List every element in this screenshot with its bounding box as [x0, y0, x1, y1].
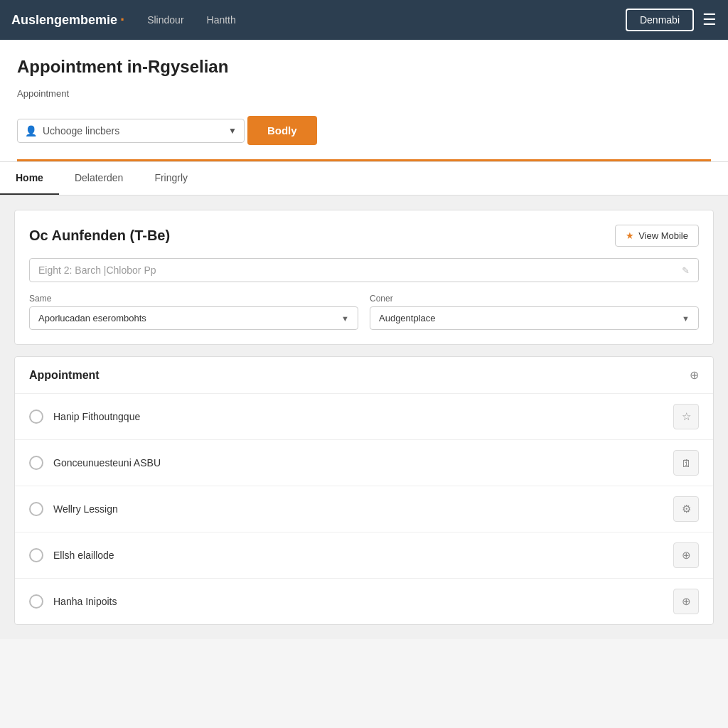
select-placeholder: Uchooge lincbers — [43, 125, 218, 136]
brand-dot: · — [120, 11, 124, 29]
appt-item-left: Wellry Lessign — [29, 502, 118, 516]
appt-circle-button-2[interactable]: ⊕ — [673, 589, 699, 614]
filter-same-select[interactable]: Aporlucadan eserombohts ▼ — [29, 306, 358, 330]
nav-link-hantth[interactable]: Hantth — [207, 14, 236, 26]
appointment-section-title: Appointment — [29, 369, 100, 382]
tab-home[interactable]: Home — [0, 162, 59, 195]
tab-content: Oc Aunfenden (T-Be) ★ View Mobile Eight … — [0, 196, 728, 639]
tabs-section: Home Delaterden Fringrly Oc Aunfenden (T… — [0, 161, 728, 639]
filter-same-value: Aporlucadan eserombohts — [38, 313, 146, 323]
view-mobile-button[interactable]: ★ View Mobile — [615, 225, 699, 247]
list-item: Ellsh elaillode ⊕ — [15, 532, 713, 579]
appt-name: Ellsh elaillode — [53, 550, 114, 561]
appt-name: Hanha Inipoits — [53, 596, 117, 607]
appt-item-left: Hanip Fithoutngque — [29, 410, 140, 424]
appt-star-button[interactable]: ☆ — [673, 404, 699, 429]
brand: Auslengembemie · — [11, 11, 124, 29]
main-card: Oc Aunfenden (T-Be) ★ View Mobile Eight … — [14, 210, 714, 345]
appointment-list: Hanip Fithoutngque ☆ Gonceunuesteuni ASB… — [15, 394, 713, 624]
nav-link-slindour[interactable]: Slindour — [147, 14, 183, 26]
appt-settings-button[interactable]: ⚙ — [673, 496, 699, 522]
appointment-select[interactable]: 👤 Uchooge lincbers ▼ — [17, 119, 245, 143]
list-item: Hanha Inipoits ⊕ — [15, 579, 713, 624]
filter-coner-select[interactable]: Audgentplace ▼ — [370, 306, 699, 330]
list-item: Wellry Lessign ⚙ — [15, 486, 713, 532]
appointment-section-header: Appointment ⊕ — [15, 357, 713, 394]
book-button[interactable]: Bodly — [247, 116, 317, 145]
radio-circle[interactable] — [29, 410, 43, 424]
appt-name: Hanip Fithoutngque — [53, 411, 140, 422]
view-mobile-label: View Mobile — [638, 230, 688, 241]
card-header: Oc Aunfenden (T-Be) ★ View Mobile — [29, 225, 699, 247]
calendar-icon: 🗓 — [681, 457, 692, 469]
card-title: Oc Aunfenden (T-Be) — [29, 228, 170, 244]
navbar-left: Auslengembemie · Slindour Hantth — [11, 11, 236, 29]
filters: Same Aporlucadan eserombohts ▼ Coner Aud… — [29, 294, 699, 330]
appointment-section: Appointment ⊕ Hanip Fithoutngque ☆ — [14, 356, 714, 625]
tab-delaterden[interactable]: Delaterden — [59, 162, 139, 195]
star-icon: ★ — [626, 230, 634, 241]
radio-circle[interactable] — [29, 594, 43, 609]
list-item: Gonceunuesteuni ASBU 🗓 — [15, 440, 713, 486]
page-title: Appointment in-Rgyselian — [17, 57, 711, 77]
edit-icon: ✎ — [682, 265, 690, 276]
appt-calendar-button[interactable]: 🗓 — [673, 450, 699, 476]
appt-circle-button[interactable]: ⊕ — [673, 542, 699, 568]
appt-name: Wellry Lessign — [53, 503, 118, 515]
person-icon: 👤 — [25, 125, 37, 136]
filter-coner-label: Coner — [370, 294, 699, 304]
circle-plus-icon: ⊕ — [682, 549, 691, 562]
filter-same-group: Same Aporlucadan eserombohts ▼ — [29, 294, 358, 330]
appt-name: Gonceunuesteuni ASBU — [53, 457, 161, 469]
hamburger-icon[interactable]: ☰ — [702, 11, 717, 29]
filter-coner-chevron-icon: ▼ — [682, 314, 690, 323]
star-outline-icon: ☆ — [682, 410, 691, 423]
navbar: Auslengembemie · Slindour Hantth Denmabi… — [0, 0, 728, 40]
appointment-label: Appointment — [17, 88, 711, 99]
radio-circle[interactable] — [29, 502, 43, 516]
brand-text: Auslengembemie — [11, 13, 117, 28]
page-body: Appointment in-Rgyselian Appointment 👤 U… — [0, 40, 728, 161]
filter-coner-group: Coner Audgentplace ▼ — [370, 294, 699, 330]
search-bar[interactable]: Eight 2: Barch |Chlobor Pp ✎ — [29, 258, 699, 282]
denmabi-button[interactable]: Denmabi — [626, 9, 694, 31]
navbar-right: Denmabi ☰ — [626, 9, 717, 31]
list-item: Hanip Fithoutngque ☆ — [15, 394, 713, 440]
gear-icon: ⚙ — [682, 503, 691, 515]
circle-plus-icon-2: ⊕ — [682, 595, 691, 608]
tab-fringrly[interactable]: Fringrly — [139, 162, 203, 195]
settings-icon[interactable]: ⊕ — [690, 368, 699, 382]
chevron-down-icon: ▼ — [228, 126, 237, 136]
appt-item-left: Gonceunuesteuni ASBU — [29, 456, 161, 470]
search-placeholder: Eight 2: Barch |Chlobor Pp — [38, 264, 682, 276]
tabs-bar: Home Delaterden Fringrly — [0, 162, 728, 196]
filter-coner-value: Audgentplace — [379, 313, 436, 323]
appt-item-left: Ellsh elaillode — [29, 548, 114, 562]
filter-same-chevron-icon: ▼ — [341, 314, 349, 323]
radio-circle[interactable] — [29, 456, 43, 470]
appt-item-left: Hanha Inipoits — [29, 594, 117, 609]
filter-same-label: Same — [29, 294, 358, 304]
radio-circle[interactable] — [29, 548, 43, 562]
